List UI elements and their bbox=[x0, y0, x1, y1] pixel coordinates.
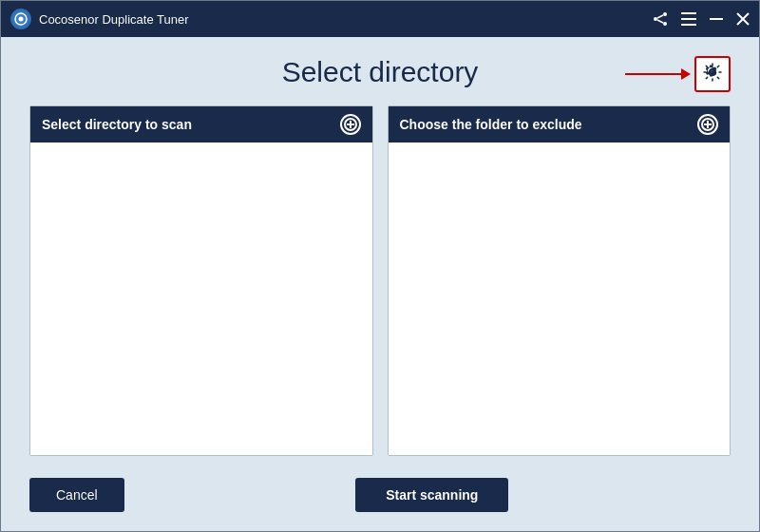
svg-point-3 bbox=[654, 17, 657, 21]
close-button[interactable] bbox=[736, 12, 750, 26]
svg-rect-9 bbox=[681, 24, 696, 26]
app-icon bbox=[10, 9, 31, 29]
scan-directory-header: Select directory to scan bbox=[30, 106, 372, 142]
panels-row: Select directory to scan Choose the fold… bbox=[29, 105, 731, 456]
menu-button[interactable] bbox=[681, 12, 696, 26]
svg-point-1 bbox=[19, 17, 24, 22]
share-button[interactable] bbox=[653, 11, 668, 27]
app-window: Cocosenor Duplicate Tuner bbox=[0, 0, 760, 532]
exclude-folder-label: Choose the folder to exclude bbox=[400, 117, 582, 132]
svg-rect-7 bbox=[681, 12, 696, 14]
settings-area bbox=[625, 56, 731, 92]
exclude-folder-body bbox=[389, 142, 731, 455]
title-bar-controls bbox=[653, 11, 750, 27]
arrow-line bbox=[625, 73, 682, 75]
scan-directory-label: Select directory to scan bbox=[42, 117, 192, 132]
svg-point-4 bbox=[663, 22, 667, 26]
minimize-button[interactable] bbox=[710, 18, 723, 20]
svg-rect-10 bbox=[710, 18, 723, 20]
bottom-bar: Cancel Start scanning bbox=[29, 470, 731, 517]
svg-point-2 bbox=[663, 12, 667, 16]
settings-button[interactable] bbox=[694, 56, 731, 92]
gear-icon bbox=[702, 62, 723, 87]
exclude-folder-panel: Choose the folder to exclude bbox=[388, 105, 732, 456]
scan-directory-body bbox=[30, 142, 372, 455]
add-exclude-folder-button[interactable] bbox=[697, 114, 718, 135]
svg-line-5 bbox=[657, 15, 663, 18]
title-bar-left: Cocosenor Duplicate Tuner bbox=[10, 9, 189, 29]
exclude-folder-header: Choose the folder to exclude bbox=[389, 106, 731, 142]
arrow-head bbox=[681, 68, 691, 80]
page-title-area: Select directory bbox=[29, 56, 731, 88]
app-title: Cocosenor Duplicate Tuner bbox=[39, 12, 189, 27]
add-scan-directory-button[interactable] bbox=[340, 114, 361, 135]
svg-rect-8 bbox=[681, 18, 696, 20]
start-scanning-button[interactable]: Start scanning bbox=[355, 478, 508, 512]
scan-directory-panel: Select directory to scan bbox=[29, 105, 373, 456]
cancel-button[interactable]: Cancel bbox=[29, 478, 124, 512]
page-title: Select directory bbox=[282, 56, 479, 88]
svg-line-6 bbox=[657, 20, 663, 23]
content-area: Select directory bbox=[1, 37, 759, 531]
title-bar: Cocosenor Duplicate Tuner bbox=[1, 1, 759, 37]
arrow-annotation bbox=[625, 68, 691, 80]
